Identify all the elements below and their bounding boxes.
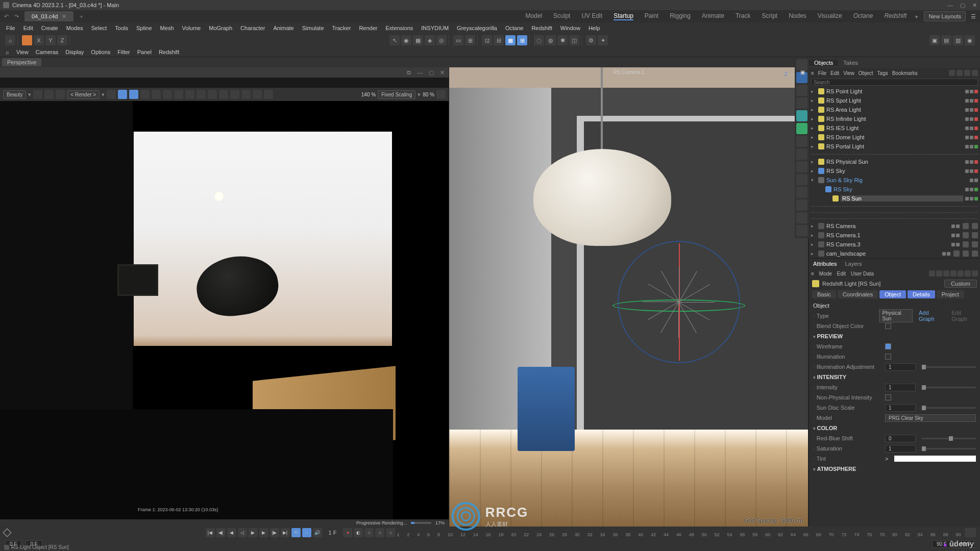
attr-illumination-checkbox[interactable] [885, 354, 891, 360]
attrmenu-ic-l[interactable] [958, 270, 964, 277]
attr-model-dropdown[interactable]: PRG Clear Sky [885, 414, 976, 422]
palette-light[interactable] [796, 136, 807, 147]
render-canvas[interactable]: Frame 1: 2023-06-02 13:30:20 (10.03s) Pr… [0, 101, 449, 527]
menu-simulate[interactable]: Simulate [298, 25, 328, 31]
mode-rigging[interactable]: Rigging [670, 12, 691, 20]
rv-btn-f[interactable] [174, 90, 183, 99]
attrmenu-mode[interactable]: Mode [819, 271, 832, 277]
mode-sculpt[interactable]: Sculpt [553, 12, 570, 20]
tl-play[interactable]: ▶ [249, 528, 258, 537]
rv-close-icon[interactable]: ✕ [440, 69, 445, 76]
menu-volume[interactable]: Volume [178, 25, 205, 31]
tl-record[interactable]: ● [343, 528, 352, 537]
tl-autokey[interactable]: ◐ [354, 528, 363, 537]
rv-btn-l[interactable] [241, 90, 251, 99]
menu-create[interactable]: Create [37, 25, 62, 31]
palette-misc1[interactable] [796, 187, 807, 198]
view-menu-redshift[interactable]: Redshift [155, 49, 183, 55]
attr-sundisc-slider[interactable] [922, 407, 976, 409]
rv-max-icon[interactable]: ▢ [429, 69, 434, 76]
objmenu-ic3[interactable] [964, 70, 970, 76]
document-tab[interactable]: 04_03.c4d ✕ [24, 11, 74, 21]
mode-model[interactable]: Model [525, 12, 542, 20]
tool-render3[interactable]: ▥ [953, 35, 963, 45]
objmenu-edit[interactable]: Edit [830, 70, 839, 76]
object-item[interactable]: ▸RS Area Light [809, 105, 980, 114]
render-dropdown[interactable]: < Render > [67, 90, 100, 99]
tool-render4[interactable]: ◉ [965, 35, 975, 45]
tl-prev-key[interactable]: ◀| [216, 528, 226, 537]
attr-intensity-value[interactable]: 1 [885, 384, 916, 391]
attrmenu-ic-c[interactable] [965, 270, 971, 277]
view-menu-options[interactable]: Options [87, 49, 114, 55]
mode-redshift[interactable]: Redshift [884, 12, 906, 20]
tab-close-icon[interactable]: ✕ [62, 13, 66, 20]
tool-live-select[interactable] [22, 35, 32, 45]
mode-animate[interactable]: Animate [702, 12, 724, 20]
section-preview[interactable]: PREVIEW [813, 331, 976, 341]
viewport-3d[interactable]: RS Camera.1 ▣ [449, 67, 808, 527]
rv-btn-h[interactable] [197, 90, 206, 99]
object-item[interactable]: ▸RS Infinite Light [809, 114, 980, 123]
tab-attributes[interactable]: Attributes [809, 261, 841, 267]
attr-tint-expand[interactable]: > [885, 456, 888, 462]
mode-nodes[interactable]: Nodes [789, 12, 806, 20]
palette-rs[interactable] [796, 174, 807, 185]
tl-prev-frame[interactable]: ◀ [227, 528, 236, 537]
mode-startup[interactable]: Startup [614, 12, 633, 20]
menu-mesh[interactable]: Mesh [156, 25, 178, 31]
palette-text[interactable] [796, 85, 807, 96]
menu-redshift[interactable]: Redshift [527, 25, 556, 31]
object-item[interactable]: RS Sky [809, 185, 980, 194]
add-graph-link[interactable]: Add Graph [919, 310, 943, 322]
tool-globe-icon[interactable]: ◉ [401, 35, 411, 45]
menu-tools[interactable]: Tools [111, 25, 132, 31]
menu-modes[interactable]: Modes [62, 25, 87, 31]
tool-cube-icon[interactable]: ▦ [413, 35, 423, 45]
keyframe-marker-icon[interactable] [3, 529, 12, 537]
tl-sound-icon[interactable]: 🔊 [313, 528, 322, 537]
tl-end-icon[interactable] [965, 528, 976, 537]
view-menu-filter[interactable]: Filter [114, 49, 133, 55]
objmenu-bookmarks[interactable]: Bookmarks [892, 70, 918, 76]
tl-play-back[interactable]: ◁ [238, 528, 247, 537]
view-menu-cameras[interactable]: Cameras [32, 49, 62, 55]
tool-axis-x[interactable]: X [34, 35, 44, 45]
attr-tab-project[interactable]: Project [937, 290, 964, 298]
mode-script[interactable]: Script [762, 12, 777, 20]
palette-env[interactable] [796, 161, 807, 172]
object-item[interactable]: ▸RS Sky [809, 166, 980, 176]
attrmenu-hamburger[interactable]: ≡ [811, 271, 814, 277]
palette-misc3[interactable] [796, 212, 807, 223]
objects-tree[interactable]: ▸RS Point Light▸RS Spot Light▸RS Area Li… [809, 87, 980, 258]
menu-tracker[interactable]: Tracker [328, 25, 355, 31]
attr-tab-basic[interactable]: Basic [812, 290, 836, 298]
rv-btn-e[interactable] [163, 90, 172, 99]
attr-wireframe-checkbox[interactable] [885, 343, 891, 349]
attr-custom-dropdown[interactable]: Custom [944, 280, 977, 288]
attrmenu-ic-up[interactable] [936, 270, 942, 277]
section-color[interactable]: COLOR [813, 423, 976, 433]
object-item[interactable]: ▸RS Camera [809, 221, 980, 231]
redo-icon[interactable]: ↷ [12, 12, 20, 20]
scaling-dropdown[interactable]: Fixed Scaling [378, 90, 415, 99]
rv-btn-play[interactable] [107, 90, 116, 99]
add-layout-button[interactable]: ＋ [912, 12, 921, 21]
tl-goto-start[interactable]: |◀ [206, 528, 215, 537]
rv-extern-icon[interactable]: ⧉ [407, 69, 411, 76]
view-menu-view[interactable]: View [13, 49, 32, 55]
close-icon[interactable]: ✕ [972, 2, 977, 9]
rv-btn-g[interactable] [185, 90, 194, 99]
attr-illumadj-slider[interactable] [922, 366, 976, 368]
attr-tab-coordinates[interactable]: Coordinates [838, 290, 878, 298]
menu-octane[interactable]: Octane [501, 25, 527, 31]
attr-sundisc-value[interactable]: 1 [885, 404, 916, 412]
view-menu-display[interactable]: Display [62, 49, 87, 55]
tab-takes[interactable]: Takes [838, 60, 863, 66]
object-item[interactable]: ▸RS Camera.1 [809, 231, 980, 240]
section-intensity[interactable]: INTENSITY [813, 372, 976, 382]
attrmenu-userdata[interactable]: User Data [851, 271, 874, 277]
rv-btn-i[interactable] [208, 90, 217, 99]
attrmenu-ic-x[interactable] [972, 270, 978, 277]
view-menu-panel[interactable]: Panel [134, 49, 155, 55]
